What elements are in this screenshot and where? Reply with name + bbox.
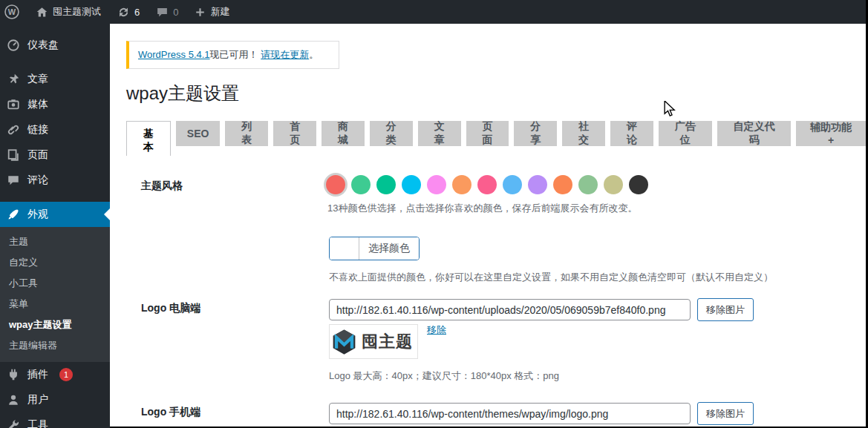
sidebar-item-label: 用户 xyxy=(27,393,48,406)
plugins-icon xyxy=(6,367,21,382)
new-label: 新建 xyxy=(210,5,229,19)
wordpress-admin-window: W 囤主题测试 6 0 新建 仪表盘文章媒体链接页面评论外观 xyxy=(0,0,868,428)
wordpress-logo-icon[interactable]: W xyxy=(0,0,27,24)
updates-menu[interactable]: 6 xyxy=(109,0,148,24)
tab-11[interactable]: 广告位 xyxy=(659,121,712,146)
sidebar-item-label: 工具 xyxy=(27,418,48,428)
tab-4[interactable]: 商城 xyxy=(322,121,365,146)
color-swatch-5[interactable] xyxy=(427,175,446,194)
menu-separator xyxy=(0,193,110,202)
sidebar-item-pages[interactable]: 页面 xyxy=(0,142,110,168)
color-swatch-2[interactable] xyxy=(351,175,371,194)
sidebar-item-users[interactable]: 用户 xyxy=(0,387,110,412)
tab-12[interactable]: 自定义代码 xyxy=(717,121,792,146)
new-menu[interactable]: 新建 xyxy=(186,0,238,24)
comments-menu[interactable]: 0 xyxy=(148,0,186,24)
logo-mobile-remove-image-button[interactable]: 移除图片 xyxy=(697,402,754,425)
field-label-logo-pc: Logo 电脑端 xyxy=(141,302,200,315)
sidebar-subitem-1[interactable]: 自定义 xyxy=(0,252,110,273)
color-swatch-10[interactable] xyxy=(553,175,572,194)
color-swatch-4[interactable] xyxy=(402,175,421,194)
sidebar-item-posts[interactable]: 文章 xyxy=(0,67,110,92)
color-swatch-1[interactable] xyxy=(326,175,345,194)
site-menu[interactable]: 囤主题测试 xyxy=(27,0,109,24)
plus-icon xyxy=(195,7,206,18)
site-logo-image xyxy=(331,327,357,357)
sidebar-item-media[interactable]: 媒体 xyxy=(0,92,110,117)
color-swatch-9[interactable] xyxy=(528,175,547,194)
color-swatch-11[interactable] xyxy=(578,175,598,194)
logo-pc-desc: Logo 最大高：40px；建议尺寸：180*40px 格式：png xyxy=(329,369,559,383)
color-swatch-6[interactable] xyxy=(452,175,471,194)
sidebar-item-tools[interactable]: 工具 xyxy=(0,412,110,428)
color-swatch-13[interactable] xyxy=(629,175,648,194)
tab-9[interactable]: 社交 xyxy=(562,121,605,146)
logo-pc-preview: 囤主题 xyxy=(329,324,418,359)
sidebar-item-label: 插件 xyxy=(27,368,48,381)
logo-pc-url-input[interactable] xyxy=(329,299,691,320)
sidebar-subitem-2[interactable]: 小工具 xyxy=(0,273,110,294)
logo-text: 囤主题 xyxy=(362,331,413,353)
home-icon xyxy=(36,6,48,19)
theme-color-swatches xyxy=(326,175,648,194)
sidebar-subitem-5[interactable]: 主题编辑器 xyxy=(0,335,110,356)
tab-1[interactable]: SEO xyxy=(176,121,221,146)
color-swatch-8[interactable] xyxy=(503,175,522,194)
admin-bar: W 囤主题测试 6 0 新建 xyxy=(0,0,866,24)
settings-tabs: 基本SEO列表首页商城分类文章页面分享社交评论广告位自定义代码辅助功能+ xyxy=(126,121,866,156)
sidebar-item-plugins[interactable]: 插件1 xyxy=(0,362,110,387)
update-icon xyxy=(117,6,130,19)
plugins-update-badge: 1 xyxy=(59,368,73,381)
media-icon xyxy=(6,97,21,112)
logo-pc-remove-image-button[interactable]: 移除图片 xyxy=(697,298,754,321)
color-swatch-7[interactable] xyxy=(477,175,497,194)
tab-13[interactable]: 辅助功能+ xyxy=(796,121,866,146)
color-swatch-input[interactable] xyxy=(330,237,359,260)
notice-suffix: 。 xyxy=(309,49,319,60)
notice-text: 现已可用！ xyxy=(210,49,258,60)
tab-8[interactable]: 分享 xyxy=(514,121,557,146)
choose-color-button[interactable]: 选择颜色 xyxy=(359,237,419,260)
sidebar-item-label: 页面 xyxy=(27,148,48,162)
sidebar-item-label: 媒体 xyxy=(27,98,48,111)
comment-count: 0 xyxy=(173,7,178,18)
links-icon xyxy=(6,122,21,137)
menu-separator xyxy=(0,58,110,67)
sidebar-item-label: 仪表盘 xyxy=(27,39,59,52)
update-notice: WordPress 5.4.1现已可用！ 请现在更新。 xyxy=(126,41,339,69)
admin-sidebar: 仪表盘文章媒体链接页面评论外观主题自定义小工具菜单wpay主题设置主题编辑器插件… xyxy=(0,24,110,428)
color-swatch-12[interactable] xyxy=(604,175,623,194)
dashboard-icon xyxy=(6,38,21,53)
sidebar-item-links[interactable]: 链接 xyxy=(0,117,110,142)
wordpress-update-link[interactable]: WordPress 5.4.1 xyxy=(138,49,210,60)
tab-7[interactable]: 页面 xyxy=(466,121,509,146)
tab-10[interactable]: 评论 xyxy=(610,121,653,146)
color-swatch-3[interactable] xyxy=(376,175,396,194)
logo-pc-remove-link[interactable]: 移除 xyxy=(427,323,446,337)
sidebar-item-label: 链接 xyxy=(27,123,48,136)
sidebar-item-label: 评论 xyxy=(27,174,48,187)
sidebar-item-dashboard[interactable]: 仪表盘 xyxy=(0,33,110,58)
field-label-theme-style: 主题风格 xyxy=(141,180,183,193)
page-title: wpay主题设置 xyxy=(126,82,239,105)
logo-mobile-url-input[interactable] xyxy=(329,403,691,424)
appearance-submenu: 主题自定义小工具菜单wpay主题设置主题编辑器 xyxy=(0,227,110,362)
tab-2[interactable]: 列表 xyxy=(225,121,268,146)
tools-icon xyxy=(6,418,21,428)
tab-0[interactable]: 基本 xyxy=(126,121,171,156)
sidebar-item-appearance[interactable]: 外观 xyxy=(0,202,110,227)
tab-6[interactable]: 文章 xyxy=(418,121,461,146)
sidebar-subitem-4[interactable]: wpay主题设置 xyxy=(0,315,110,335)
sidebar-subitem-0[interactable]: 主题 xyxy=(0,231,110,252)
sidebar-subitem-3[interactable]: 菜单 xyxy=(0,294,110,315)
posts-icon xyxy=(6,72,21,87)
tab-3[interactable]: 首页 xyxy=(273,121,316,146)
users-icon xyxy=(6,392,21,407)
site-name: 囤主题测试 xyxy=(53,5,101,19)
pages-icon xyxy=(6,148,21,162)
comments-icon xyxy=(6,173,21,188)
sidebar-item-comments[interactable]: 评论 xyxy=(0,168,110,193)
tab-5[interactable]: 分类 xyxy=(370,121,413,146)
custom-color-picker[interactable]: 选择颜色 xyxy=(329,237,420,260)
update-now-link[interactable]: 请现在更新 xyxy=(261,49,309,60)
